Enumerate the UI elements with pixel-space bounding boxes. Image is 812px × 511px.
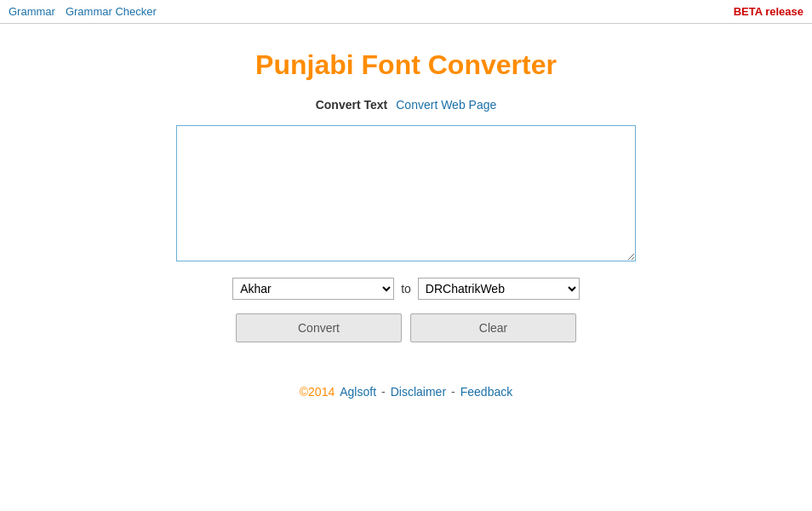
dropdowns-row: Akhar Unicode Gurbani Anmollipi Anmollip… [232, 278, 580, 300]
footer: ©2014 Aglsoft - Disclaimer - Feedback [300, 385, 512, 399]
nav-grammar-checker-link[interactable]: Grammar Checker [66, 5, 157, 18]
footer-year: ©2014 [300, 385, 335, 399]
beta-label: BETA release [734, 5, 803, 18]
to-select[interactable]: DRChatrikWeb Unicode Anmollipi Anmollipi… [418, 278, 580, 300]
convert-textarea[interactable] [176, 125, 636, 261]
tabs-row: Convert Text Convert Web Page [316, 98, 497, 112]
to-label: to [401, 282, 411, 296]
aglsoft-link[interactable]: Aglsoft [340, 385, 376, 399]
from-select[interactable]: Akhar Unicode Gurbani Anmollipi Anmollip… [232, 278, 394, 300]
main-content: Punjabi Font Converter Convert Text Conv… [0, 24, 812, 399]
nav-grammar-link[interactable]: Grammar [9, 5, 55, 18]
buttons-row: Convert Clear [236, 313, 576, 342]
disclaimer-link[interactable]: Disclaimer [391, 385, 446, 399]
tab-convert-text: Convert Text [316, 98, 388, 112]
footer-separator-1: - [381, 385, 386, 399]
convert-button[interactable]: Convert [236, 313, 402, 342]
feedback-link[interactable]: Feedback [460, 385, 512, 399]
clear-button[interactable]: Clear [410, 313, 576, 342]
footer-separator-2: - [451, 385, 455, 399]
page-title: Punjabi Font Converter [255, 49, 557, 81]
top-nav: Grammar Grammar Checker BETA release [0, 0, 812, 24]
textarea-wrapper [176, 125, 636, 264]
tab-convert-webpage[interactable]: Convert Web Page [396, 98, 496, 112]
